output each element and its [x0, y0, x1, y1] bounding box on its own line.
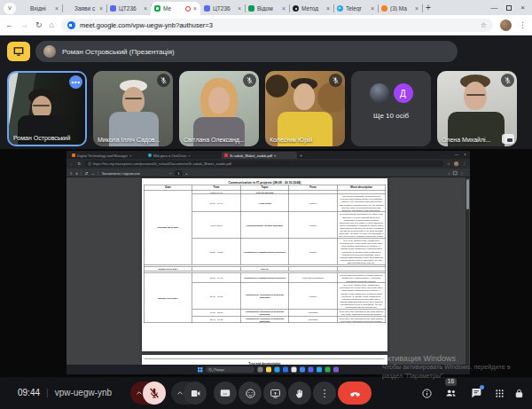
new-tab-button[interactable]: + [426, 3, 431, 12]
tab-close-icon[interactable]: × [193, 5, 197, 12]
tab-close-icon[interactable]: × [371, 5, 374, 12]
app-blue-icon [110, 5, 116, 12]
raise-hand-icon [294, 388, 306, 399]
browser-tab[interactable]: ЦТ236_× [200, 2, 245, 15]
cell-time: 11:50 - 13:20 [192, 239, 241, 265]
pdf-menu-icon: ≡ [70, 171, 72, 176]
browser-tab[interactable]: Telegr× [333, 2, 378, 15]
browser-tab[interactable]: ЦТ236_× [106, 2, 151, 15]
browser-tab[interactable]: Відом× [245, 2, 289, 15]
captions-button[interactable]: cc [214, 381, 237, 405]
meeting-info: 09:44 | vpw-uegw-ynb [18, 388, 112, 397]
office-app-icon [292, 367, 297, 373]
camera-icon [190, 388, 201, 399]
host-controls-button[interactable] [513, 387, 525, 403]
shared-tab-label: Мій диск в OneDrive [153, 153, 186, 158]
tab-close-icon[interactable]: × [415, 5, 419, 12]
pdf-scrollbar[interactable] [466, 177, 469, 374]
mic-mute-button[interactable] [143, 381, 166, 405]
meeting-code: vpw-uegw-ynb [55, 388, 112, 397]
tab-close-icon[interactable]: × [55, 5, 59, 12]
browser-tab[interactable]: Метод× [289, 2, 333, 15]
presentation-indicator[interactable] [7, 42, 30, 61]
window-maximize-button[interactable] [506, 5, 512, 11]
tab-label: Метод [301, 5, 324, 12]
browser-tab[interactable]: Ме× [151, 2, 200, 15]
presentation-icon [12, 45, 25, 58]
telegram-app-icon [317, 367, 322, 373]
table-row: Monday 30.09.202408:10 - 09:45Constructi… [144, 273, 386, 283]
more-vert-icon: ⋮ [320, 388, 330, 399]
tab-close-icon[interactable]: × [238, 5, 241, 12]
taskbar-search: Пошук [206, 366, 254, 373]
shared-star-icon: ☆ [447, 161, 450, 166]
schedule-title: Communication in IT-projects (28.09 - 30… [142, 178, 387, 185]
call-end-icon [348, 387, 362, 400]
tab-close-icon[interactable]: × [144, 5, 147, 12]
pdf-print-icon [453, 171, 458, 175]
shared-tab-close-icon: × [188, 153, 190, 158]
glasses [125, 98, 142, 99]
url-field[interactable]: meet.google.com/vpw-uegw-ynb?authuser=3 … [61, 19, 493, 32]
onedrive-icon [148, 153, 152, 157]
end-call-button[interactable] [338, 381, 372, 405]
mic-off-icon [160, 76, 168, 84]
mic-off-badge [501, 74, 514, 87]
tab-label: Заяви с [74, 5, 97, 12]
mail-app-icon [283, 367, 288, 373]
shared-reload-icon: ↻ [78, 161, 82, 166]
pdf-icon [224, 153, 228, 157]
present-button[interactable] [263, 381, 286, 405]
browser-tab[interactable]: (3) Ма× [378, 2, 422, 15]
windows-start-icon [198, 367, 203, 373]
participant-video: ДЩе 10 осіб [351, 71, 431, 146]
camera-button[interactable] [184, 381, 207, 405]
reactions-button[interactable] [239, 381, 262, 405]
pip-icon[interactable] [502, 134, 514, 144]
participant-tile[interactable]: ДЩе 10 осіб [351, 71, 431, 146]
profile-avatar[interactable] [500, 20, 512, 31]
shared-url-text: https://lnu-my.sharepoint.com/personal/i… [93, 161, 231, 166]
home-icon[interactable]: ⌂ [50, 21, 54, 29]
window-close-button[interactable]: × [520, 4, 525, 12]
browser-tab[interactable]: Вхідні× [18, 2, 62, 15]
participant-tile[interactable]: Олена Михайлі... [437, 71, 517, 146]
presenter-banner[interactable]: Роман Островський (Презентація) [35, 41, 458, 62]
people-panel-button[interactable] [444, 387, 458, 403]
tile-more-button[interactable]: ••• [69, 75, 82, 89]
shared-back-icon: ← [70, 161, 74, 166]
reload-icon[interactable]: ↻ [35, 21, 43, 29]
back-icon[interactable]: ← [5, 21, 13, 29]
shared-screen[interactable]: Digital Technology and Manager×Мій диск … [66, 151, 470, 374]
window-controls: — × [490, 4, 532, 15]
browser-menu-icon[interactable]: ⋮ [519, 20, 527, 29]
bookmark-star-icon[interactable]: ☆ [481, 21, 487, 29]
presenter-avatar [43, 45, 56, 58]
participant-tile[interactable]: Світлана Олександ... [179, 71, 259, 146]
cell-form: Workshop [289, 316, 338, 323]
forward-icon[interactable]: → [20, 21, 28, 29]
file-explorer-icon [266, 367, 271, 373]
meet-top-area: Роман Островський (Презентація) Роман Ос… [0, 35, 532, 149]
meeting-details-button[interactable] [421, 387, 433, 403]
participant-name: Колесник Юрій [270, 137, 313, 143]
app-dark-icon [293, 5, 299, 12]
more-options-button[interactable]: ⋮ [313, 381, 336, 405]
raise-hand-button[interactable] [288, 381, 311, 405]
tab-search-button[interactable]: v [4, 3, 16, 14]
participant-tile[interactable]: Роман Островський••• [7, 71, 87, 146]
cell-time: 10:00-11:30 [192, 212, 241, 239]
people-icon [444, 387, 458, 399]
tab-close-icon[interactable]: × [282, 5, 286, 12]
overflow-count-label: Ще 10 осіб [351, 112, 431, 120]
participant-tile[interactable]: Колесник Юрій [265, 71, 345, 146]
doc-icon [72, 153, 75, 157]
browser-tab[interactable]: Заяви с× [62, 2, 106, 15]
tab-close-icon[interactable]: × [99, 5, 103, 12]
tab-close-icon[interactable]: × [326, 5, 330, 12]
chat-panel-button[interactable] [470, 387, 482, 403]
window-minimize-button[interactable]: — [490, 4, 497, 12]
participant-tile[interactable]: Микола Ілліч Садов... [93, 71, 173, 146]
activities-button[interactable] [494, 387, 505, 403]
cell-date: Saturday 28.09.2024 [144, 190, 192, 264]
